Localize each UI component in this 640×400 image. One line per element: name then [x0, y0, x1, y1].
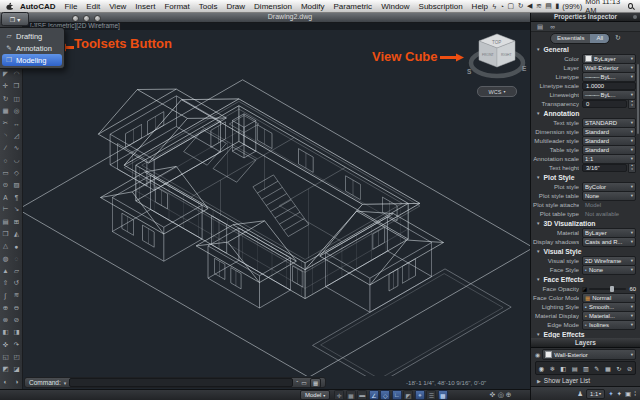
- select-tool[interactable]: ◤: [0, 68, 11, 80]
- stepper-icon[interactable]: ▴▾: [628, 99, 636, 109]
- layer-refresh-icon[interactable]: ↻: [616, 365, 621, 372]
- keyboard-grid-icon[interactable]: ▦: [310, 378, 321, 388]
- smooth-mesh-tool[interactable]: ◪: [11, 363, 22, 375]
- display-shadows-dropdown[interactable]: Casts and R...▾: [582, 237, 636, 247]
- layer-delete-icon[interactable]: ⊘: [627, 365, 632, 372]
- line-tool[interactable]: ∕: [0, 142, 11, 154]
- plot-style-table-dropdown[interactable]: None▾: [582, 191, 636, 201]
- lineweight-toggle[interactable]: ☰: [426, 390, 436, 400]
- wifi-icon[interactable]: ≋: [536, 2, 542, 10]
- leader-tool[interactable]: ↘: [11, 203, 22, 215]
- sphere-tool[interactable]: ●: [11, 240, 22, 252]
- pyramid-tool[interactable]: ▲: [0, 265, 11, 277]
- toolset-item-annotation[interactable]: ✎Annotation: [2, 42, 62, 54]
- extend-tool[interactable]: ↔: [11, 117, 22, 129]
- toolset-item-drafting[interactable]: ▱Drafting: [2, 30, 62, 42]
- sweep-tool[interactable]: ∫: [0, 289, 11, 301]
- section-annotation[interactable]: ▼Annotation: [531, 108, 640, 118]
- battery-icon[interactable]: ▮: [555, 2, 559, 10]
- document-title-bar[interactable]: Drawing2.dwg: [0, 12, 530, 23]
- quick-properties-toggle[interactable]: ▩: [438, 390, 448, 400]
- expand-history-icon[interactable]: ˆ: [296, 380, 298, 386]
- array-tool[interactable]: ▦: [0, 105, 11, 117]
- polygon-tool[interactable]: ◇: [11, 166, 22, 178]
- text-height-field[interactable]: 3/16": [582, 164, 627, 172]
- mesh-tool[interactable]: ◩: [0, 363, 11, 375]
- hatch-tool[interactable]: ▨: [11, 179, 22, 191]
- polyline-tool[interactable]: ∿: [11, 142, 22, 154]
- menu-dimension[interactable]: Dimension: [250, 2, 297, 11]
- tab-essentials[interactable]: Essentials: [551, 34, 590, 43]
- materials-tool[interactable]: ◐: [0, 375, 11, 387]
- annotation-visibility-icon[interactable]: ✦: [608, 390, 613, 398]
- face-style-dropdown[interactable]: ▪None▾: [582, 265, 636, 275]
- menu-file[interactable]: File: [60, 2, 82, 11]
- viewport-label[interactable]: [-][SE Isometric][2D Wireframe]: [22, 22, 530, 30]
- planar-surface-tool[interactable]: ▱: [11, 265, 22, 277]
- orbit-icon[interactable]: ⊕: [506, 391, 512, 399]
- view-cube[interactable]: S E TOP FRONT RIGHT WCS ▾: [464, 26, 530, 102]
- clock-icon[interactable]: ◔: [500, 3, 504, 10]
- ortho-toggle[interactable]: ▬: [357, 390, 367, 400]
- menu-parametric[interactable]: Parametric: [329, 2, 377, 11]
- spotlight-icon[interactable]: [628, 3, 633, 9]
- annotation-user-icon[interactable]: ♟: [577, 390, 583, 398]
- command-history-icon[interactable]: ▭: [301, 379, 307, 386]
- interfere-tool[interactable]: ⊘: [11, 314, 22, 326]
- layer-lock-icon[interactable]: ◧: [560, 365, 566, 372]
- trim-tool[interactable]: ✂: [0, 117, 11, 129]
- table-tool[interactable]: ▤: [0, 216, 11, 228]
- menu-window[interactable]: Window: [377, 2, 414, 11]
- toolset-item-modeling[interactable]: ❒Modeling: [2, 54, 62, 66]
- block-tool[interactable]: ⊞: [11, 216, 22, 228]
- annotation-autoscale-icon[interactable]: ✦: [617, 390, 622, 398]
- slice-tool[interactable]: ◧: [0, 326, 11, 338]
- power-icon[interactable]: ϟ: [493, 3, 497, 10]
- wcs-selector[interactable]: WCS ▾: [477, 86, 517, 97]
- menu-insert[interactable]: Insert: [131, 2, 160, 11]
- zoom-window-icon[interactable]: [94, 15, 101, 22]
- box-tool[interactable]: ❒: [0, 228, 11, 240]
- close-icon[interactable]: [72, 15, 79, 22]
- refresh-icon[interactable]: ↻: [615, 34, 621, 42]
- wedge-tool[interactable]: ◭: [11, 228, 22, 240]
- panel-menu-dot[interactable]: [633, 15, 637, 19]
- current-layer-dropdown[interactable]: Wall-Exterior ▾: [542, 349, 636, 360]
- render-tool[interactable]: ◑: [11, 375, 22, 387]
- menu-clock[interactable]: Mon 11:13 AM: [585, 0, 623, 15]
- menu-view[interactable]: View: [105, 2, 131, 11]
- offset-tool[interactable]: ◎: [11, 105, 22, 117]
- show-layer-list[interactable]: ▶ Show Layer List: [531, 375, 640, 386]
- command-input[interactable]: [69, 378, 293, 387]
- copy-tool[interactable]: ❐: [11, 80, 22, 92]
- extrude-tool[interactable]: ⇧: [0, 277, 11, 289]
- drawing-canvas[interactable]: Toolsets Button View Cube S E TOP FRONT …: [22, 22, 530, 376]
- rectangle-tool[interactable]: ▭: [0, 166, 11, 178]
- dynamic-input-toggle[interactable]: ⌖: [415, 390, 425, 400]
- face-opacity-slider[interactable]: [589, 288, 626, 290]
- tab-all[interactable]: All: [590, 34, 609, 43]
- move-3d-tool[interactable]: ✜: [0, 339, 11, 351]
- snap-toggle[interactable]: ✛: [334, 390, 344, 400]
- transparency-field[interactable]: 0: [582, 100, 627, 108]
- volume-icon[interactable]: ◀: [527, 2, 532, 10]
- text-tool[interactable]: A: [0, 191, 11, 203]
- annotation-scale-button[interactable]: 1:1▾: [586, 389, 605, 399]
- link-icon[interactable]: ∞: [550, 23, 555, 30]
- otrack-toggle[interactable]: ∟: [392, 390, 402, 400]
- layer-freeze-icon[interactable]: ❄: [550, 365, 555, 372]
- circle-tool[interactable]: ○: [0, 154, 11, 166]
- fillet-tool[interactable]: ◝: [0, 129, 11, 141]
- edge-mode-dropdown[interactable]: ▪Isolines▾: [582, 320, 636, 330]
- grid-toggle[interactable]: ▦: [346, 390, 356, 400]
- display-settings-icon[interactable]: ▣: [625, 390, 631, 398]
- ellipse-tool[interactable]: ⊙: [0, 179, 11, 191]
- input-menu-icon[interactable]: ▤: [545, 2, 552, 10]
- layer-new-icon[interactable]: ✎: [594, 365, 599, 372]
- menu-subscription[interactable]: Subscription: [414, 2, 467, 11]
- section-general[interactable]: ▼General: [531, 44, 640, 54]
- scale-3d-tool[interactable]: ◱: [0, 351, 11, 363]
- menu-help[interactable]: Help: [467, 2, 492, 11]
- section-plane-tool[interactable]: ◨: [11, 326, 22, 338]
- rotate-tool[interactable]: ↻: [0, 93, 11, 105]
